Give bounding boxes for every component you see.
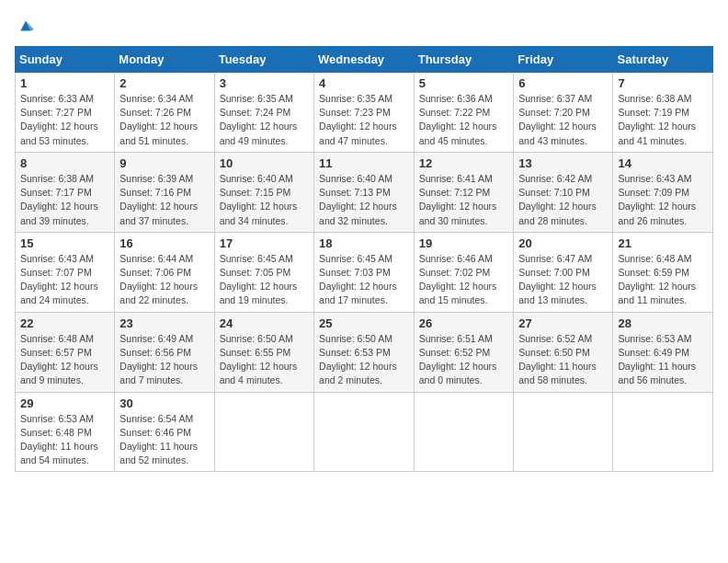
calendar-week-row: 1Sunrise: 6:33 AM Sunset: 7:27 PM Daylig… [16, 73, 713, 153]
day-number: 5 [419, 76, 508, 90]
logo-icon [15, 15, 37, 37]
calendar-cell: 12Sunrise: 6:41 AM Sunset: 7:12 PM Dayli… [414, 152, 513, 232]
calendar-cell: 2Sunrise: 6:34 AM Sunset: 7:26 PM Daylig… [115, 73, 214, 153]
day-info: Sunrise: 6:53 AM Sunset: 6:48 PM Dayligh… [20, 412, 109, 468]
calendar-day-header: Thursday [414, 47, 513, 73]
day-number: 3 [220, 76, 309, 90]
calendar-cell [514, 392, 613, 472]
day-info: Sunrise: 6:40 AM Sunset: 7:15 PM Dayligh… [220, 172, 309, 228]
calendar-cell [414, 392, 513, 472]
calendar-week-row: 15Sunrise: 6:43 AM Sunset: 7:07 PM Dayli… [16, 232, 713, 312]
day-info: Sunrise: 6:40 AM Sunset: 7:13 PM Dayligh… [319, 172, 409, 228]
calendar-cell: 8Sunrise: 6:38 AM Sunset: 7:17 PM Daylig… [16, 152, 115, 232]
day-number: 23 [119, 316, 209, 330]
calendar-cell: 25Sunrise: 6:50 AM Sunset: 6:53 PM Dayli… [314, 312, 415, 392]
day-number: 2 [119, 76, 209, 90]
day-info: Sunrise: 6:43 AM Sunset: 7:07 PM Dayligh… [20, 252, 109, 308]
day-number: 16 [119, 236, 209, 250]
calendar-day-header: Sunday [16, 47, 115, 73]
day-number: 18 [319, 236, 409, 250]
day-info: Sunrise: 6:48 AM Sunset: 6:59 PM Dayligh… [618, 252, 708, 308]
day-info: Sunrise: 6:53 AM Sunset: 6:49 PM Dayligh… [618, 332, 708, 388]
calendar-cell: 14Sunrise: 6:43 AM Sunset: 7:09 PM Dayli… [613, 152, 713, 232]
day-number: 27 [518, 316, 608, 330]
calendar-cell: 15Sunrise: 6:43 AM Sunset: 7:07 PM Dayli… [16, 232, 115, 312]
calendar-cell: 28Sunrise: 6:53 AM Sunset: 6:49 PM Dayli… [613, 312, 713, 392]
calendar-day-header: Saturday [613, 47, 713, 73]
day-number: 8 [20, 156, 109, 170]
calendar-cell: 21Sunrise: 6:48 AM Sunset: 6:59 PM Dayli… [613, 232, 713, 312]
calendar-week-row: 22Sunrise: 6:48 AM Sunset: 6:57 PM Dayli… [16, 312, 713, 392]
calendar-day-header: Tuesday [214, 47, 313, 73]
calendar-header-row: SundayMondayTuesdayWednesdayThursdayFrid… [16, 47, 713, 73]
day-info: Sunrise: 6:35 AM Sunset: 7:24 PM Dayligh… [220, 92, 309, 148]
day-number: 21 [618, 236, 708, 250]
day-number: 26 [419, 316, 508, 330]
calendar-cell [314, 392, 415, 472]
calendar-cell: 27Sunrise: 6:52 AM Sunset: 6:50 PM Dayli… [514, 312, 613, 392]
calendar-cell: 24Sunrise: 6:50 AM Sunset: 6:55 PM Dayli… [214, 312, 313, 392]
day-info: Sunrise: 6:38 AM Sunset: 7:17 PM Dayligh… [20, 172, 109, 228]
calendar-day-header: Monday [115, 47, 214, 73]
calendar-cell: 22Sunrise: 6:48 AM Sunset: 6:57 PM Dayli… [16, 312, 115, 392]
day-info: Sunrise: 6:45 AM Sunset: 7:05 PM Dayligh… [220, 252, 309, 308]
day-number: 1 [20, 76, 109, 90]
day-info: Sunrise: 6:44 AM Sunset: 7:06 PM Dayligh… [119, 252, 209, 308]
day-number: 10 [220, 156, 309, 170]
day-number: 30 [119, 396, 209, 410]
logo [15, 15, 40, 37]
calendar-cell: 29Sunrise: 6:53 AM Sunset: 6:48 PM Dayli… [16, 392, 115, 472]
calendar-cell [214, 392, 313, 472]
day-number: 4 [319, 76, 409, 90]
day-info: Sunrise: 6:41 AM Sunset: 7:12 PM Dayligh… [419, 172, 508, 228]
calendar-week-row: 29Sunrise: 6:53 AM Sunset: 6:48 PM Dayli… [16, 392, 713, 472]
calendar-cell: 6Sunrise: 6:37 AM Sunset: 7:20 PM Daylig… [514, 73, 613, 153]
day-number: 6 [518, 76, 608, 90]
calendar-cell: 9Sunrise: 6:39 AM Sunset: 7:16 PM Daylig… [115, 152, 214, 232]
day-number: 15 [20, 236, 109, 250]
calendar-cell: 4Sunrise: 6:35 AM Sunset: 7:23 PM Daylig… [314, 73, 415, 153]
day-number: 7 [618, 76, 708, 90]
page-header [15, 15, 713, 37]
calendar-day-header: Friday [514, 47, 613, 73]
calendar-cell: 16Sunrise: 6:44 AM Sunset: 7:06 PM Dayli… [115, 232, 214, 312]
calendar-cell: 30Sunrise: 6:54 AM Sunset: 6:46 PM Dayli… [115, 392, 214, 472]
day-number: 20 [518, 236, 608, 250]
day-info: Sunrise: 6:50 AM Sunset: 6:55 PM Dayligh… [220, 332, 309, 388]
day-info: Sunrise: 6:43 AM Sunset: 7:09 PM Dayligh… [618, 172, 708, 228]
day-info: Sunrise: 6:48 AM Sunset: 6:57 PM Dayligh… [20, 332, 109, 388]
calendar-cell: 13Sunrise: 6:42 AM Sunset: 7:10 PM Dayli… [514, 152, 613, 232]
day-info: Sunrise: 6:35 AM Sunset: 7:23 PM Dayligh… [319, 92, 409, 148]
calendar-cell: 26Sunrise: 6:51 AM Sunset: 6:52 PM Dayli… [414, 312, 513, 392]
day-number: 9 [119, 156, 209, 170]
day-number: 24 [220, 316, 309, 330]
day-info: Sunrise: 6:38 AM Sunset: 7:19 PM Dayligh… [618, 92, 708, 148]
day-number: 14 [618, 156, 708, 170]
day-info: Sunrise: 6:45 AM Sunset: 7:03 PM Dayligh… [319, 252, 409, 308]
calendar-cell: 5Sunrise: 6:36 AM Sunset: 7:22 PM Daylig… [414, 73, 513, 153]
calendar-cell: 19Sunrise: 6:46 AM Sunset: 7:02 PM Dayli… [414, 232, 513, 312]
day-number: 22 [20, 316, 109, 330]
day-info: Sunrise: 6:46 AM Sunset: 7:02 PM Dayligh… [419, 252, 508, 308]
calendar-cell: 18Sunrise: 6:45 AM Sunset: 7:03 PM Dayli… [314, 232, 415, 312]
day-number: 11 [319, 156, 409, 170]
calendar-cell: 17Sunrise: 6:45 AM Sunset: 7:05 PM Dayli… [214, 232, 313, 312]
day-info: Sunrise: 6:52 AM Sunset: 6:50 PM Dayligh… [518, 332, 608, 388]
day-number: 29 [20, 396, 109, 410]
day-info: Sunrise: 6:42 AM Sunset: 7:10 PM Dayligh… [518, 172, 608, 228]
day-number: 13 [518, 156, 608, 170]
day-info: Sunrise: 6:51 AM Sunset: 6:52 PM Dayligh… [419, 332, 508, 388]
calendar-cell: 1Sunrise: 6:33 AM Sunset: 7:27 PM Daylig… [16, 73, 115, 153]
calendar-week-row: 8Sunrise: 6:38 AM Sunset: 7:17 PM Daylig… [16, 152, 713, 232]
day-info: Sunrise: 6:33 AM Sunset: 7:27 PM Dayligh… [20, 92, 109, 148]
day-info: Sunrise: 6:47 AM Sunset: 7:00 PM Dayligh… [518, 252, 608, 308]
day-number: 12 [419, 156, 508, 170]
calendar-cell [613, 392, 713, 472]
calendar-cell: 20Sunrise: 6:47 AM Sunset: 7:00 PM Dayli… [514, 232, 613, 312]
calendar-cell: 7Sunrise: 6:38 AM Sunset: 7:19 PM Daylig… [613, 73, 713, 153]
day-number: 19 [419, 236, 508, 250]
calendar-cell: 23Sunrise: 6:49 AM Sunset: 6:56 PM Dayli… [115, 312, 214, 392]
day-info: Sunrise: 6:37 AM Sunset: 7:20 PM Dayligh… [518, 92, 608, 148]
calendar-cell: 11Sunrise: 6:40 AM Sunset: 7:13 PM Dayli… [314, 152, 415, 232]
day-number: 25 [319, 316, 409, 330]
